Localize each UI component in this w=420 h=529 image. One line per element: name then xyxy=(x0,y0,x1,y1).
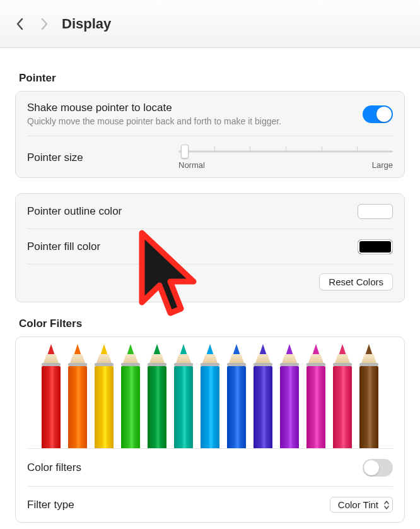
color-filters-toggle[interactable] xyxy=(363,459,393,477)
pencil xyxy=(38,344,64,448)
section-title-color-filters: Color Filters xyxy=(19,318,405,330)
row-outline-color: Pointer outline color xyxy=(27,194,393,229)
pointer-size-label: Pointer size xyxy=(27,152,153,164)
pointer-size-slider[interactable] xyxy=(178,145,393,158)
pencil xyxy=(91,344,117,448)
pencil xyxy=(223,344,250,448)
section-title-pointer: Pointer xyxy=(19,72,405,85)
pencil xyxy=(144,344,170,448)
chevron-updown-icon xyxy=(383,500,390,510)
filter-type-popup[interactable]: Color Tint xyxy=(330,497,393,513)
row-fill-color: Pointer fill color xyxy=(27,229,393,264)
row-color-filters-toggle: Color filters xyxy=(27,448,393,486)
pointer-size-max: Large xyxy=(372,160,393,170)
pencil xyxy=(197,344,223,448)
outline-color-swatch[interactable] xyxy=(358,204,393,219)
color-filters-preview xyxy=(27,340,393,448)
pointer-size-min: Normal xyxy=(178,160,205,170)
pencil xyxy=(250,344,276,448)
pencil xyxy=(117,344,144,448)
panel-color-filters: Color filters Filter type Color Tint xyxy=(15,336,405,523)
filter-type-value: Color Tint xyxy=(338,499,378,510)
fill-color-swatch[interactable] xyxy=(358,239,393,254)
reset-colors-button[interactable]: Reset Colors xyxy=(319,273,393,290)
pencil xyxy=(64,344,91,448)
row-shake-to-locate: Shake mouse pointer to locate Quickly mo… xyxy=(27,92,393,136)
pencil xyxy=(170,344,197,448)
pencil xyxy=(303,344,329,448)
pencil xyxy=(356,344,382,448)
shake-sub: Quickly move the mouse pointer back and … xyxy=(27,116,281,126)
color-filters-label: Color filters xyxy=(27,461,81,474)
panel-pointer: Shake mouse pointer to locate Quickly mo… xyxy=(15,91,405,178)
back-button[interactable] xyxy=(15,17,25,31)
pencil xyxy=(276,344,303,448)
toolbar: Display xyxy=(0,0,420,48)
shake-label: Shake mouse pointer to locate xyxy=(27,102,281,114)
shake-toggle[interactable] xyxy=(363,105,393,123)
fill-color-label: Pointer fill color xyxy=(27,241,100,253)
filter-type-label: Filter type xyxy=(27,499,74,511)
page-title: Display xyxy=(62,16,111,32)
forward-button[interactable] xyxy=(39,17,49,31)
panel-pointer-colors: Pointer outline color Pointer fill color… xyxy=(15,193,405,302)
row-pointer-size: Pointer size Normal Large xyxy=(27,136,393,177)
outline-color-label: Pointer outline color xyxy=(27,205,122,218)
row-filter-type: Filter type Color Tint xyxy=(27,486,393,522)
pencil xyxy=(329,344,356,448)
